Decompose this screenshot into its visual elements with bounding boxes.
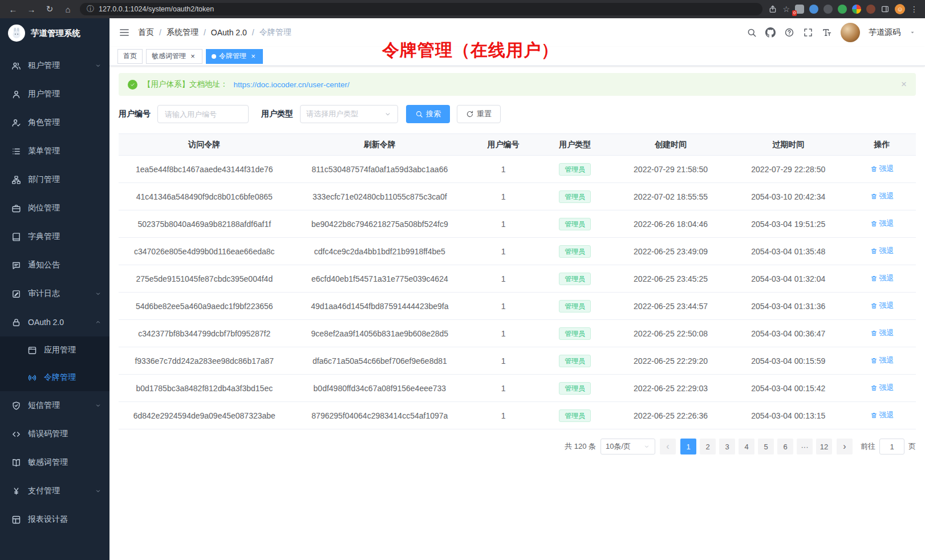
extension-icon[interactable]: 0 [795,5,804,14]
browser-menu-icon[interactable]: ⋮ [910,5,918,14]
filter-bar: 用户编号 用户类型 请选择用户类型 搜索 重置 [119,105,916,123]
font-size-icon[interactable] [822,27,832,38]
page-button-1[interactable]: 1 [680,439,696,455]
address-bar[interactable]: ⓘ 127.0.0.1:1024/system/oauth2/token [80,3,762,15]
force-logout-button[interactable]: 强退 [870,383,894,393]
page-button-12[interactable]: 12 [816,439,832,455]
breadcrumb-item[interactable]: 系统管理 [167,27,198,38]
goto-page-input[interactable] [879,439,904,455]
force-logout-button[interactable]: 强退 [870,273,894,283]
user-avatar[interactable] [841,23,860,42]
refresh-token-cell: 49d1aa46d1454fbd87591444423be9fa [290,293,470,320]
back-icon[interactable]: ← [7,5,19,14]
tab-令牌管理[interactable]: 令牌管理× [206,49,263,64]
force-logout-button[interactable]: 强退 [870,355,894,366]
extension-icon[interactable] [838,5,847,14]
page-size-select[interactable]: 10条/页 [601,439,655,455]
forward-icon[interactable]: → [25,5,38,14]
browser-profile-avatar[interactable]: ☺ [895,4,905,14]
sidebar-item-user[interactable]: 用户管理 [0,80,109,108]
sidebar-item-oauth2[interactable]: OAuth 2.0 [0,308,109,336]
sidebar-item-audit-log[interactable]: 审计日志 [0,279,109,308]
site-info-icon[interactable]: ⓘ [87,4,94,14]
page-button-5[interactable]: 5 [758,439,774,455]
pagination-pages: 123456···12 [680,439,832,455]
force-logout-button[interactable]: 强退 [870,410,894,420]
next-page-button[interactable]: › [837,439,853,455]
help-icon[interactable] [784,27,794,38]
force-logout-button[interactable]: 强退 [870,301,894,311]
force-logout-button[interactable]: 强退 [870,246,894,256]
sidebar-item-post[interactable]: 岗位管理 [0,194,109,222]
force-logout-button[interactable]: 强退 [870,164,894,174]
sidebar-item-dept[interactable]: 部门管理 [0,165,109,194]
browser-toolbar-right: ☆ 0 ☺ ⋮ [768,4,918,14]
share-icon[interactable] [768,5,777,14]
expire-time-cell: 2054-03-04 01:35:48 [728,238,848,265]
sidebar-item-sms[interactable]: 短信管理 [0,391,109,420]
extension-icon[interactable] [823,5,833,14]
prev-page-button[interactable]: ‹ [660,439,676,455]
sidebar-item-label: 菜单管理 [28,146,102,156]
tab-首页[interactable]: 首页 [117,49,143,64]
user-id-cell: 1 [469,347,537,375]
sidebar-item-report-designer[interactable]: 报表设计器 [0,505,109,534]
side-panel-icon[interactable] [881,5,890,14]
breadcrumb-item[interactable]: OAuth 2.0 [211,28,247,37]
page-button-3[interactable]: 3 [719,439,735,455]
action-cell: 强退 [848,402,916,429]
alert-close-icon[interactable]: × [901,79,907,90]
user-id-cell: 1 [469,293,537,320]
user-name[interactable]: 芋道源码 [869,27,900,38]
force-logout-label: 强退 [879,410,894,420]
force-logout-label: 强退 [879,355,894,366]
user-type-select[interactable]: 请选择用户类型 [300,105,398,123]
close-tab-icon[interactable]: × [249,52,257,60]
doc-link[interactable]: https://doc.iocoder.cn/user-center/ [234,80,350,89]
page-button-2[interactable]: 2 [700,439,716,455]
force-logout-button[interactable]: 强退 [870,191,894,201]
breadcrumb-item[interactable]: 首页 [138,27,154,38]
github-icon[interactable] [765,27,776,38]
reload-icon[interactable]: ↻ [43,4,56,14]
bookmark-star-icon[interactable]: ☆ [782,5,790,14]
sidebar-item-sensitive-word[interactable]: 敏感词管理 [0,448,109,477]
reset-button[interactable]: 重置 [457,105,501,123]
sidebar-item-pay[interactable]: 支付管理 [0,477,109,505]
force-logout-button[interactable]: 强退 [870,218,894,229]
expire-time-cell: 2054-03-04 19:51:25 [728,210,848,238]
extensions-puzzle-icon[interactable] [852,5,861,14]
home-icon[interactable]: ⌂ [62,5,74,14]
sidebar-item-notice[interactable]: 通知公告 [0,251,109,279]
extension-icon[interactable] [866,5,875,14]
sidebar-toggle-icon[interactable] [119,27,130,38]
sidebar-item-role[interactable]: 角色管理 [0,108,109,137]
sidebar-item-oauth2-app[interactable]: 应用管理 [0,336,109,364]
close-tab-icon[interactable]: × [189,52,197,60]
search-button[interactable]: 搜索 [406,105,450,123]
force-logout-button[interactable]: 强退 [870,328,894,338]
lock-icon [11,318,21,327]
caret-down-icon[interactable] [909,29,916,36]
fullscreen-icon[interactable] [803,27,813,38]
chevron-down-icon [643,443,650,450]
tab-敏感词管理[interactable]: 敏感词管理× [146,49,202,64]
user-id-input[interactable] [157,105,249,123]
refresh-token-cell: 333ecfc71e02480cb11055c875c3ca0f [290,183,470,210]
sidebar-item-error-code[interactable]: 错误码管理 [0,420,109,448]
users-icon [11,61,21,71]
sidebar-item-dict[interactable]: 字典管理 [0,222,109,251]
page-button-6[interactable]: 6 [777,439,793,455]
expire-time-cell: 2054-03-04 00:13:15 [728,402,848,429]
extension-icon[interactable] [809,5,818,14]
sidebar-item-tenant[interactable]: 租户管理 [0,51,109,80]
access-token-cell: f9336e7c7dd242a283ee98dc86b17a87 [119,347,290,375]
sidebar-item-label: 报表设计器 [28,514,102,525]
sidebar-item-oauth2-token[interactable]: 令牌管理 [0,364,109,391]
app-logo[interactable]: 芋道管理系统 [0,18,109,48]
page-button-4[interactable]: 4 [739,439,754,455]
search-icon[interactable] [747,27,757,38]
page-ellipsis[interactable]: ··· [797,439,813,455]
sidebar-item-menu[interactable]: 菜单管理 [0,137,109,165]
chevron-down-icon [95,290,102,297]
